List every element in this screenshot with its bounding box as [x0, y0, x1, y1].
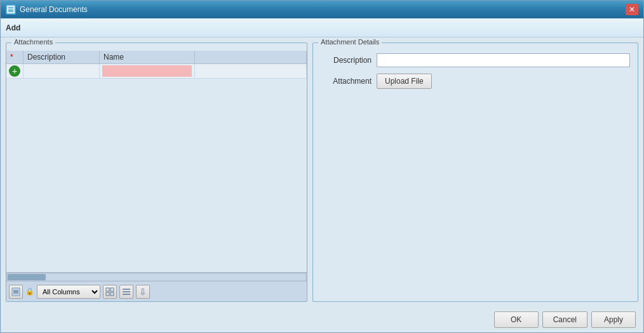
svg-rect-9	[111, 292, 114, 296]
name-cell-highlight	[102, 65, 192, 77]
attachments-panel: Attachments * Description Name	[6, 42, 307, 302]
window-title: General Documents	[20, 5, 626, 14]
description-input[interactable]	[377, 53, 630, 67]
title-bar: General Documents ✕	[1, 1, 643, 18]
description-row: Description	[321, 53, 630, 67]
columns-select-wrapper: 🔒 All Columns	[25, 285, 100, 299]
cancel-button[interactable]: Cancel	[542, 311, 587, 328]
app-icon	[6, 4, 16, 15]
attachments-legend: Attachments	[11, 38, 55, 46]
table-footer: 🔒 All Columns	[6, 281, 307, 301]
add-row-button[interactable]: +	[9, 65, 20, 77]
main-content: Attachments * Description Name	[1, 37, 643, 307]
scrollbar-thumb[interactable]	[8, 274, 46, 280]
footer-buttons: OK Cancel Apply	[1, 307, 643, 332]
apply-button[interactable]: Apply	[591, 311, 636, 328]
details-form: Description Attachment Upload File	[313, 43, 638, 96]
export-button[interactable]	[9, 285, 23, 299]
attachments-table: * Description Name +	[6, 51, 307, 79]
close-button[interactable]: ✕	[626, 4, 638, 15]
attachment-row: Attachment Upload File	[321, 74, 630, 89]
col-header-extra	[195, 51, 307, 64]
attachment-details-panel: Attachment Details Description Attachmen…	[312, 42, 638, 302]
columns-select[interactable]: All Columns	[37, 285, 100, 299]
lock-icon: 🔒	[25, 287, 34, 296]
cell-description[interactable]	[23, 64, 100, 79]
description-label: Description	[321, 56, 372, 65]
grid-view-button[interactable]	[103, 285, 117, 299]
svg-rect-7	[111, 288, 114, 291]
dialog-window: General Documents ✕ Add Attachments * De…	[0, 0, 644, 333]
col-header-required: *	[6, 51, 23, 64]
filter-button[interactable]: ⇩	[136, 285, 150, 299]
cell-name[interactable]	[100, 64, 195, 79]
toolbar: Add	[1, 18, 643, 37]
col-header-name: Name	[100, 51, 195, 64]
col-header-description: Description	[23, 51, 100, 64]
table-row: +	[6, 64, 307, 79]
svg-rect-6	[106, 288, 109, 291]
attachments-table-container[interactable]: * Description Name +	[6, 51, 307, 272]
toolbar-add-label: Add	[6, 23, 20, 32]
svg-rect-0	[8, 6, 14, 13]
scrollbar-track[interactable]	[8, 274, 305, 280]
details-legend: Attachment Details	[318, 38, 382, 46]
cell-extra	[195, 64, 307, 79]
ok-button[interactable]: OK	[494, 311, 539, 328]
list-view-button[interactable]	[119, 285, 133, 299]
svg-rect-8	[106, 292, 109, 296]
cell-add-icon[interactable]: +	[6, 64, 23, 79]
upload-file-button[interactable]: Upload File	[377, 74, 432, 89]
horizontal-scrollbar[interactable]	[6, 272, 307, 281]
attachment-label: Attachment	[321, 77, 372, 86]
